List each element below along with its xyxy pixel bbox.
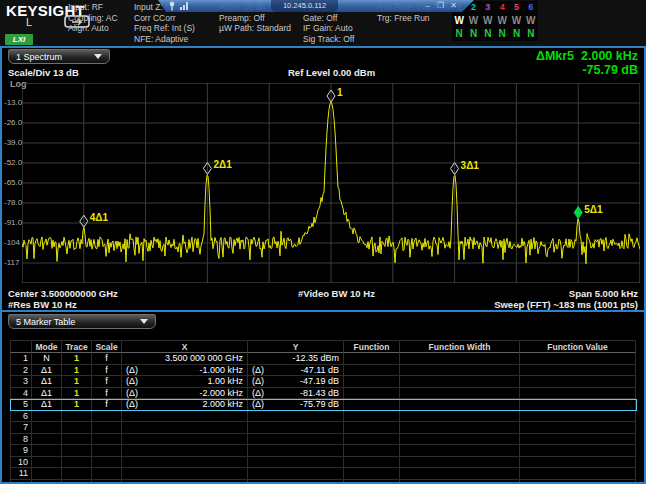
table-cell [520, 445, 636, 457]
table-cell [344, 445, 400, 457]
settings-column-1: Input: RFCoupling: ACAlign: Auto [68, 2, 134, 44]
center-frequency-label: Center 3.500000000 GHz [8, 288, 118, 299]
marker-table-row-11[interactable]: 11 [10, 468, 637, 480]
trace-selector-dropdown[interactable]: 1 Spectrum [8, 49, 110, 64]
table-cell [32, 468, 62, 480]
marker-table-row-12[interactable]: 12 [10, 480, 637, 483]
table-cell [62, 422, 92, 434]
measurement-area: 1 Spectrum ΔMkr5 2.000 kHz -75.79 dB Sca… [0, 46, 646, 484]
table-cell [248, 445, 344, 457]
table-cell: 3 [10, 376, 32, 388]
column-header: Function Width [400, 340, 520, 353]
table-cell: N [32, 353, 62, 365]
marker-table-row-3[interactable]: 3Δ11f(Δ)1.00 kHz(Δ)-47.19 dB [10, 376, 637, 388]
span-label: Span 5.000 kHz [569, 288, 638, 299]
table-cell: 1 [62, 353, 92, 365]
table-cell [62, 445, 92, 457]
table-cell [520, 422, 636, 434]
y-axis-tick: -13.0 [4, 98, 24, 107]
column-header: Scale [92, 340, 122, 353]
table-cell [400, 422, 520, 434]
marker-table-window: 5 Marker Table ModeTraceScaleXYFunctionF… [2, 312, 644, 482]
table-cell [92, 434, 122, 446]
marker-table-row-2[interactable]: 2Δ11f(Δ)-1.000 kHz(Δ)-47.11 dB [10, 365, 637, 377]
table-cell [400, 457, 520, 469]
table-cell [344, 365, 400, 377]
table-cell [344, 411, 400, 423]
table-cell [344, 376, 400, 388]
marker-table-row-9[interactable]: 9 [10, 445, 637, 457]
table-cell [344, 480, 400, 483]
spectrum-window: 1 Spectrum ΔMkr5 2.000 kHz -75.79 dB Sca… [2, 48, 644, 312]
table-cell: 11 [10, 468, 32, 480]
marker-label-1: 1 [337, 87, 343, 98]
table-cell [62, 434, 92, 446]
instrument-header: KEYSIGHT L LXI Input: RFCoupling: ACAlig… [0, 0, 646, 46]
close-icon[interactable]: ✕ [447, 0, 460, 12]
sweep-label: Sweep (FFT) ~183 ms (1001 pts) [494, 299, 638, 310]
table-cell [344, 422, 400, 434]
table-cell [248, 422, 344, 434]
spectrum-plot[interactable]: 12Δ13Δ14Δ15Δ1 [22, 83, 640, 283]
video-bw-label: #Video BW 10 Hz [298, 288, 375, 299]
ref-level-label: Ref Level 0.00 dBm [288, 67, 375, 78]
table-cell [92, 457, 122, 469]
trace-selector-label: 1 Spectrum [16, 52, 62, 62]
table-cell [248, 468, 344, 480]
marker-table-row-7[interactable]: 7 [10, 422, 637, 434]
marker-table-selector-dropdown[interactable]: 5 Marker Table [8, 314, 156, 329]
table-cell: Δ1 [32, 388, 62, 400]
table-cell [400, 365, 520, 377]
trace-type-indicator: W [466, 14, 480, 27]
marker-table-row-10[interactable]: 10 [10, 457, 637, 469]
trace-type-indicator: W [452, 14, 466, 27]
marker-diamond-5Δ1[interactable] [574, 207, 582, 219]
marker-table-row-1[interactable]: 1N1f3.500 000 000 GHz-12.35 dBm [10, 353, 637, 365]
table-cell: (Δ)-1.000 kHz [122, 365, 248, 377]
table-cell: f [92, 353, 122, 365]
rdp-connection-bar[interactable]: 10.245.0.112 – ❐ ✕ [158, 0, 474, 12]
marker-number-3: 3 [481, 1, 495, 14]
detector-indicator: N [481, 27, 495, 40]
trace-type-indicator: W [481, 14, 495, 27]
trace-type-indicator: W [524, 14, 538, 27]
marker-table-row-5[interactable]: 5Δ11f(Δ)2.000 kHz(Δ)-75.79 dB [10, 399, 637, 411]
table-cell [400, 376, 520, 388]
detector-indicator: N [509, 27, 523, 40]
delta-marker-readout: ΔMkr5 2.000 kHz -75.79 dB [536, 49, 638, 77]
delta-marker-y: -75.79 dB [582, 63, 638, 77]
chevron-down-icon [94, 54, 102, 59]
restore-icon[interactable]: ❐ [434, 0, 447, 12]
table-cell [32, 445, 62, 457]
table-cell: 1 [10, 353, 32, 365]
minimize-icon[interactable]: – [421, 0, 434, 12]
table-cell [520, 388, 636, 400]
column-header: Trace [62, 340, 92, 353]
setting-label: Align: Auto [68, 23, 134, 34]
setting-label: Coupling: AC [68, 13, 134, 24]
marker-table-header: ModeTraceScaleXYFunctionFunction WidthFu… [10, 340, 637, 353]
table-cell [248, 457, 344, 469]
marker-table-row-6[interactable]: 6 [10, 411, 637, 423]
detector-indicator: N [452, 27, 466, 40]
delta-marker-x: 2.000 kHz [581, 49, 638, 63]
trace-type-indicator: W [509, 14, 523, 27]
y-axis-tick: -104 [4, 238, 24, 247]
column-header: Function [344, 340, 400, 353]
marker-table: ModeTraceScaleXYFunctionFunction WidthFu… [10, 340, 637, 482]
table-cell: 1 [62, 376, 92, 388]
rdp-address: 10.245.0.112 [271, 0, 338, 12]
trace-type-indicator: W [495, 14, 509, 27]
marker-label-4Δ1: 4Δ1 [90, 212, 109, 223]
marker-table-row-4[interactable]: 4Δ11f(Δ)-2.000 kHz(Δ)-81.43 dB [10, 388, 637, 400]
setting-label: µW Path: Standard [219, 23, 303, 34]
setting-label: Freq Ref: Int (S) [134, 23, 219, 34]
table-cell [32, 411, 62, 423]
table-cell [520, 480, 636, 483]
table-cell: 1 [62, 388, 92, 400]
table-cell [32, 434, 62, 446]
marker-table-row-8[interactable]: 8 [10, 434, 637, 446]
detector-indicator: N [495, 27, 509, 40]
table-cell: 3.500 000 000 GHz [122, 353, 248, 365]
setting-label: Preamp: Off [219, 13, 303, 24]
